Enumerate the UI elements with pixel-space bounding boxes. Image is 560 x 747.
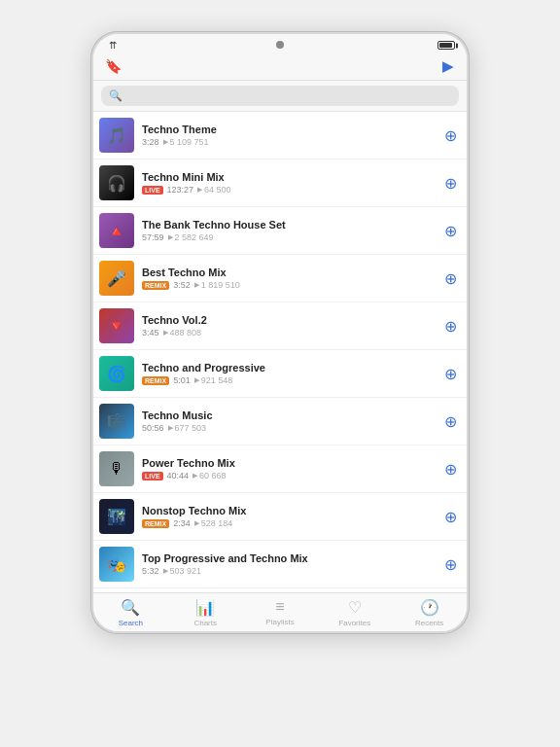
tab-playlists[interactable]: ≡ Playlists <box>243 593 318 631</box>
tab-charts[interactable]: 📊 Charts <box>168 593 243 631</box>
track-plays: 5 109 751 <box>163 137 209 147</box>
track-info: Techno and Progressive REMIX 5:01 921 54… <box>142 362 434 385</box>
track-thumb-emoji: 🎼 <box>99 404 134 439</box>
track-title: Techno Theme <box>142 124 434 135</box>
tab-bar: 🔍 Search 📊 Charts ≡ Playlists ♡ Favorite… <box>93 592 467 631</box>
tab-favorites[interactable]: ♡ Favorites <box>317 593 392 631</box>
track-add-button[interactable]: ⊕ <box>441 269 459 287</box>
battery-icon <box>438 41 455 50</box>
track-title: Techno Vol.2 <box>142 314 434 326</box>
track-meta: 5:32 503 921 <box>142 566 434 576</box>
track-item-4[interactable]: 🎤 Best Techno Mix REMIX 3:52 1 819 510 ⊕ <box>93 255 467 302</box>
track-title: Nonstop Techno Mix <box>142 505 434 516</box>
track-badge: LIVE <box>142 186 163 195</box>
track-info: Top Progressive and Techno Mix 5:32 503 … <box>142 552 434 576</box>
status-left: ⇈ <box>105 40 117 51</box>
track-item-2[interactable]: 🎧 Techno Mini Mix LIVE 123:27 64 500 ⊕ <box>93 160 467 207</box>
tab-label-charts: Charts <box>193 619 217 627</box>
track-info: Techno Mini Mix LIVE 123:27 64 500 <box>142 171 434 195</box>
track-add-button[interactable]: ⊕ <box>441 555 459 573</box>
search-icon: 🔍 <box>109 89 122 102</box>
track-plays: 503 921 <box>163 566 202 576</box>
track-meta: REMIX 2:34 528 184 <box>142 518 434 528</box>
camera <box>276 41 284 49</box>
track-plays: 2 582 649 <box>168 232 214 242</box>
track-plays: 1 819 510 <box>194 280 240 290</box>
track-badge: LIVE <box>142 472 163 480</box>
track-title: Power Techno Mix <box>142 457 434 469</box>
track-title: The Bank Techno House Set <box>142 219 434 231</box>
track-add-button[interactable]: ⊕ <box>441 412 459 430</box>
track-thumbnail: 🔻 <box>99 308 134 343</box>
track-duration: 2:34 <box>173 518 191 528</box>
track-info: Techno Theme 3:28 5 109 751 <box>142 124 434 147</box>
tab-icon-favorites: ♡ <box>348 598 362 617</box>
tab-label-recents: Recents <box>415 619 443 627</box>
bookmark-icon[interactable]: 🔖 <box>103 56 122 76</box>
track-meta: 3:28 5 109 751 <box>142 137 434 147</box>
track-item-7[interactable]: 🎼 Techno Music 50:56 677 503 ⊕ <box>93 398 467 445</box>
tab-search[interactable]: 🔍 Search <box>93 593 168 631</box>
track-item-9[interactable]: 🌃 Nonstop Techno Mix REMIX 2:34 528 184 … <box>93 493 467 541</box>
track-duration: 3:45 <box>142 328 159 338</box>
track-plays: 528 184 <box>194 518 233 528</box>
track-duration: 57:59 <box>142 232 164 242</box>
track-duration: 50:56 <box>142 423 164 433</box>
track-duration: 3:28 <box>142 137 159 147</box>
nav-right-icons: ▶ <box>438 56 457 76</box>
track-title: Top Progressive and Techno Mix <box>142 552 434 564</box>
track-duration: 3:52 <box>173 280 191 290</box>
track-info: The Bank Techno House Set 57:59 2 582 64… <box>142 219 434 242</box>
track-thumb-emoji: 🎵 <box>99 118 134 153</box>
track-list: 🎵 Techno Theme 3:28 5 109 751 ⊕ 🎧 Techno… <box>93 112 467 592</box>
track-meta: 3:45 488 808 <box>142 328 434 338</box>
track-item-1[interactable]: 🎵 Techno Theme 3:28 5 109 751 ⊕ <box>93 112 467 160</box>
track-thumbnail: 🌃 <box>99 499 134 534</box>
track-item-10[interactable]: 🎭 Top Progressive and Techno Mix 5:32 50… <box>93 541 467 588</box>
play-icon[interactable]: ▶ <box>438 56 457 76</box>
tab-label-favorites: Favorites <box>338 619 370 627</box>
track-thumbnail: 🎧 <box>99 165 134 200</box>
track-thumb-emoji: 🎙 <box>99 451 134 486</box>
track-add-button[interactable]: ⊕ <box>441 174 459 192</box>
tab-label-search: Search <box>119 619 143 627</box>
tab-icon-search: 🔍 <box>121 598 140 617</box>
track-add-button[interactable]: ⊕ <box>441 222 459 239</box>
search-bar-container: 🔍 <box>93 81 467 112</box>
track-item-6[interactable]: 🌀 Techno and Progressive REMIX 5:01 921 … <box>93 350 467 398</box>
track-title: Techno and Progressive <box>142 362 434 374</box>
battery-fill <box>439 43 452 48</box>
track-meta: LIVE 40:44 60 668 <box>142 471 434 480</box>
track-add-button[interactable]: ⊕ <box>441 126 459 144</box>
track-badge: REMIX <box>142 281 169 290</box>
status-right <box>438 41 455 50</box>
track-item-5[interactable]: 🔻 Techno Vol.2 3:45 488 808 ⊕ <box>93 302 467 350</box>
device-frame: ⇈ 🔖 ▶ 🔍 <box>90 31 470 634</box>
track-add-button[interactable]: ⊕ <box>441 317 459 335</box>
search-bar[interactable]: 🔍 <box>101 86 459 106</box>
track-thumbnail: 🌀 <box>99 356 134 391</box>
track-add-button[interactable]: ⊕ <box>441 508 459 525</box>
track-plays: 921 548 <box>194 375 233 385</box>
track-info: Nonstop Techno Mix REMIX 2:34 528 184 <box>142 505 434 528</box>
track-thumb-emoji: 🌀 <box>99 356 134 391</box>
track-thumbnail: 🎭 <box>99 547 134 582</box>
track-item-3[interactable]: 🔺 The Bank Techno House Set 57:59 2 582 … <box>93 207 467 255</box>
tab-recents[interactable]: 🕐 Recents <box>392 593 467 631</box>
track-thumbnail: 🎤 <box>99 261 134 296</box>
track-title: Techno Mini Mix <box>142 171 434 183</box>
track-add-button[interactable]: ⊕ <box>441 460 459 478</box>
device-screen: ⇈ 🔖 ▶ 🔍 <box>93 34 467 631</box>
track-thumb-emoji: 🎭 <box>99 547 134 582</box>
track-plays: 64 500 <box>197 185 231 195</box>
track-item-8[interactable]: 🎙 Power Techno Mix LIVE 40:44 60 668 ⊕ <box>93 445 467 493</box>
track-thumb-emoji: 🎤 <box>99 261 134 296</box>
track-add-button[interactable]: ⊕ <box>441 365 459 382</box>
track-meta: REMIX 5:01 921 548 <box>142 375 434 385</box>
track-plays: 677 503 <box>168 423 207 433</box>
track-badge: REMIX <box>142 376 169 385</box>
track-meta: 50:56 677 503 <box>142 423 434 433</box>
track-info: Power Techno Mix LIVE 40:44 60 668 <box>142 457 434 480</box>
wifi-icon: ⇈ <box>109 40 117 51</box>
track-meta: LIVE 123:27 64 500 <box>142 185 434 195</box>
